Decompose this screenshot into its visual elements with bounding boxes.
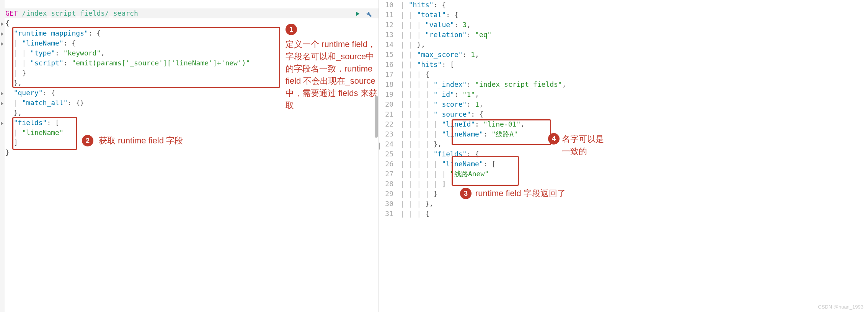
line-number: 30: [379, 199, 400, 209]
response-line: 11| | "total": {: [379, 10, 868, 20]
line-number: 17: [379, 70, 400, 80]
query-key: "query": [14, 89, 43, 97]
response-pane: ‖ 10| "hits": {11| | "total": {12| | | "…: [379, 0, 868, 312]
type-value: "keyword": [64, 49, 101, 57]
line-number: 23: [379, 129, 400, 139]
line-number: 24: [379, 139, 400, 149]
response-code[interactable]: 10| "hits": {11| | "total": {12| | | "va…: [379, 0, 868, 219]
line-number: 29: [379, 189, 400, 199]
line-number: 21: [379, 109, 400, 119]
line-number: 19: [379, 89, 400, 99]
annotation-1-text: 定义一个 runtime field，字段名可以和_source中的字段名一致，…: [286, 38, 377, 112]
wrench-icon[interactable]: [365, 10, 372, 19]
annotation-3: 3 runtime field 字段返回了: [460, 187, 566, 200]
line-number: 22: [379, 119, 400, 129]
script-value: "emit(params['_source']['lineName']+'new…: [72, 59, 250, 67]
response-line: 24| | | | },: [379, 139, 868, 149]
annotation-2-text: 获取 runtime field 字段: [99, 135, 183, 147]
line-number: 26: [379, 159, 400, 169]
annotation-2: 2 获取 runtime field 字段: [82, 135, 183, 147]
fold-marker[interactable]: [1, 102, 3, 106]
line-number: 11: [379, 10, 400, 20]
annotation-4-text: 名字可以是一致的: [562, 133, 604, 158]
fold-marker[interactable]: [1, 92, 3, 96]
line-number: 14: [379, 40, 400, 50]
script-key: "script": [30, 59, 64, 67]
line-number: 25: [379, 149, 400, 159]
run-icon[interactable]: [354, 10, 361, 19]
line-number: 12: [379, 20, 400, 30]
response-line: 16| | "hits": [: [379, 60, 868, 70]
fold-marker[interactable]: [1, 42, 3, 46]
response-line: 22| | | | | "lineId": "line-01",: [379, 119, 868, 129]
request-toolbar: [354, 10, 372, 19]
line-number: 16: [379, 60, 400, 70]
request-editor-pane: GET /index_script_fields/_search { "runt…: [0, 0, 379, 312]
response-line: 10| "hits": {: [379, 0, 868, 10]
line-number: 10: [379, 0, 400, 10]
linename-key: "lineName": [22, 39, 63, 47]
response-line: 13| | | "relation": "eq": [379, 30, 868, 40]
watermark: CSDN @huan_1993: [818, 304, 863, 310]
response-line: 15| | "max_score": 1,: [379, 50, 868, 60]
response-line: 19| | | | "_id": "1",: [379, 89, 868, 99]
gutter: [0, 0, 5, 312]
line-number: 20: [379, 99, 400, 109]
annotation-badge-2: 2: [82, 135, 93, 146]
response-line: 12| | | "value": 3,: [379, 20, 868, 30]
type-key: "type": [30, 49, 55, 57]
response-line: 30| | | },: [379, 199, 868, 209]
fields-value: "lineName": [22, 128, 63, 136]
match-all-key: "match_all": [22, 99, 67, 107]
response-line: 28| | | | | ]: [379, 179, 868, 189]
fold-marker[interactable]: [1, 122, 3, 125]
line-number: 31: [379, 209, 400, 219]
line-number: 27: [379, 169, 400, 179]
annotation-badge-3: 3: [460, 188, 472, 199]
response-line: 26| | | | | "lineName": [: [379, 159, 868, 169]
fold-marker[interactable]: [1, 22, 3, 26]
response-line: 20| | | | "_score": 1,: [379, 99, 868, 109]
annotation-1: 1: [286, 24, 297, 35]
splitter-handle[interactable]: ‖: [379, 141, 381, 149]
response-line: 21| | | | "_source": {: [379, 109, 868, 119]
runtime-mappings-key: "runtime_mappings": [14, 29, 88, 37]
annotation-badge-1: 1: [286, 24, 297, 35]
request-path: /index_script_fields/_search: [22, 9, 138, 17]
line-number: 18: [379, 80, 400, 89]
annotation-badge-4: 4: [548, 133, 560, 145]
annotation-3-text: runtime field 字段返回了: [475, 187, 566, 200]
response-line: 18| | | | "_index": "index_script_fields…: [379, 80, 868, 89]
scroll-handle-left[interactable]: [375, 96, 378, 138]
line-number: 28: [379, 179, 400, 189]
annotation-4: 4 名字可以是一致的: [548, 133, 604, 158]
line-number: 15: [379, 50, 400, 60]
response-line: 23| | | | | "lineName": "线路A": [379, 129, 868, 139]
response-line: 27| | | | | | "线路Anew": [379, 169, 868, 179]
fold-marker[interactable]: [1, 32, 3, 36]
response-line: 17| | | {: [379, 70, 868, 80]
http-method: GET: [5, 9, 18, 17]
response-line: 14| | },: [379, 40, 868, 50]
response-line: 25| | | | "fields": {: [379, 149, 868, 159]
response-line: 31| | | {: [379, 209, 868, 219]
line-number: 13: [379, 30, 400, 40]
fields-key: "fields": [14, 119, 47, 127]
response-line: 29| | | | }: [379, 189, 868, 199]
